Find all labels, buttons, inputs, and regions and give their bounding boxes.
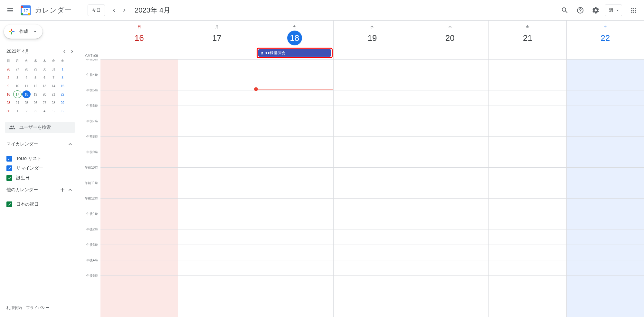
- allday-cell[interactable]: ●●様講演会: [256, 47, 333, 59]
- mini-day-cell[interactable]: 2: [4, 74, 13, 81]
- plus-icon[interactable]: [59, 187, 66, 193]
- week-grid[interactable]: 午前3時午前4時午前5時午前6時午前7時午前8時午前9時午前10時午前11時午後…: [82, 59, 644, 317]
- day-column[interactable]: [333, 59, 411, 317]
- mini-day-cell[interactable]: 8: [58, 74, 67, 81]
- mini-day-cell[interactable]: 6: [58, 107, 67, 115]
- mini-day-cell[interactable]: 1: [13, 107, 22, 115]
- mini-day-cell[interactable]: 26: [4, 65, 13, 73]
- day-column[interactable]: [256, 59, 333, 317]
- calendar-item[interactable]: リマインダー: [4, 163, 76, 173]
- mini-day-cell[interactable]: 29: [58, 99, 67, 107]
- mini-day-cell[interactable]: 26: [31, 99, 40, 107]
- mini-day-cell[interactable]: 30: [4, 107, 13, 115]
- mini-day-cell[interactable]: 28: [22, 65, 31, 73]
- mini-day-header: 火: [22, 57, 31, 65]
- calendar-item[interactable]: 誕生日: [4, 173, 76, 183]
- day-column[interactable]: [566, 59, 644, 317]
- allday-row: GMT+09 ●●様講演会: [82, 47, 644, 59]
- mini-day-cell[interactable]: 27: [13, 65, 22, 73]
- mini-day-cell[interactable]: 3: [13, 74, 22, 81]
- mini-day-cell[interactable]: 5: [31, 74, 40, 81]
- mini-day-cell[interactable]: 28: [49, 99, 58, 107]
- mini-day-cell[interactable]: 24: [13, 99, 22, 107]
- settings-button[interactable]: [588, 3, 603, 18]
- mini-next-button[interactable]: [68, 48, 76, 55]
- mini-day-cell[interactable]: 15: [58, 82, 67, 90]
- mini-day-cell[interactable]: 10: [13, 82, 22, 90]
- mini-day-cell[interactable]: 7: [49, 74, 58, 81]
- mini-day-cell[interactable]: 3: [31, 107, 40, 115]
- allday-cell[interactable]: [411, 47, 488, 59]
- mini-day-cell[interactable]: 19: [31, 90, 40, 98]
- terms-link[interactable]: 利用規約: [6, 305, 22, 310]
- mini-day-cell[interactable]: 31: [49, 65, 58, 73]
- mini-day-cell[interactable]: 2: [22, 107, 31, 115]
- mini-day-cell[interactable]: 20: [40, 90, 49, 98]
- privacy-link[interactable]: プライバシー: [26, 305, 49, 310]
- day-header[interactable]: 月17: [178, 21, 255, 47]
- mini-day-cell[interactable]: 12: [31, 82, 40, 90]
- my-calendars-header[interactable]: マイカレンダー: [4, 137, 76, 151]
- search-users-button[interactable]: ユーザーを検索: [5, 122, 75, 133]
- checkbox-icon[interactable]: [6, 175, 12, 181]
- calendar-item[interactable]: 日本の祝日: [4, 200, 76, 209]
- day-header[interactable]: 火18: [256, 21, 333, 47]
- mini-day-cell[interactable]: 11: [22, 82, 31, 90]
- day-header[interactable]: 日16: [100, 21, 178, 47]
- mini-day-cell[interactable]: 21: [49, 90, 58, 98]
- mini-day-cell[interactable]: 14: [49, 82, 58, 90]
- day-name: 月: [178, 24, 255, 29]
- other-calendars-header[interactable]: 他のカレンダー: [4, 183, 76, 197]
- view-selector[interactable]: 週: [605, 5, 622, 16]
- allday-cell[interactable]: [100, 47, 178, 59]
- mini-day-cell[interactable]: 27: [40, 99, 49, 107]
- next-week-button[interactable]: [119, 5, 129, 15]
- mini-day-cell[interactable]: 4: [40, 107, 49, 115]
- mini-day-cell[interactable]: 17: [13, 90, 22, 98]
- checkbox-icon[interactable]: [6, 201, 12, 207]
- mini-day-cell[interactable]: 30: [40, 65, 49, 73]
- mini-day-cell[interactable]: 1: [58, 65, 67, 73]
- mini-day-cell[interactable]: 18: [22, 90, 31, 98]
- day-header[interactable]: 土22: [566, 21, 644, 47]
- apps-button[interactable]: [626, 3, 641, 18]
- day-header[interactable]: 金21: [488, 21, 566, 47]
- mini-day-cell[interactable]: 22: [58, 90, 67, 98]
- day-column[interactable]: [411, 59, 488, 317]
- mini-day-cell[interactable]: 9: [4, 82, 13, 90]
- event-title: ●●様講演会: [265, 50, 286, 56]
- chevron-left-icon: [111, 7, 117, 14]
- allday-cell[interactable]: [178, 47, 255, 59]
- mini-day-cell[interactable]: 5: [49, 107, 58, 115]
- create-button[interactable]: 作成: [4, 24, 43, 39]
- day-column[interactable]: [488, 59, 566, 317]
- mini-day-cell[interactable]: 16: [4, 90, 13, 98]
- day-column[interactable]: [100, 59, 178, 317]
- chevron-right-icon: [121, 7, 128, 14]
- svg-rect-4: [21, 6, 23, 8]
- prev-week-button[interactable]: [109, 5, 119, 15]
- mini-day-cell[interactable]: 13: [40, 82, 49, 90]
- mini-day-cell[interactable]: 6: [40, 74, 49, 81]
- checkbox-icon[interactable]: [6, 165, 12, 171]
- allday-cell[interactable]: [566, 47, 644, 59]
- search-button[interactable]: [557, 3, 573, 18]
- mini-day-cell[interactable]: 29: [31, 65, 40, 73]
- help-button[interactable]: [573, 3, 588, 18]
- day-header[interactable]: 木20: [411, 21, 488, 47]
- day-column[interactable]: [178, 59, 255, 317]
- mini-prev-button[interactable]: [61, 48, 68, 55]
- allday-cell[interactable]: [488, 47, 566, 59]
- mini-day-cell[interactable]: 25: [22, 99, 31, 107]
- calendar-item[interactable]: ToDo リスト: [4, 154, 76, 163]
- mini-day-cell[interactable]: 4: [22, 74, 31, 81]
- day-number: 22: [598, 31, 613, 45]
- timezone-label: [82, 21, 100, 47]
- mini-day-cell[interactable]: 23: [4, 99, 13, 107]
- checkbox-icon[interactable]: [6, 156, 12, 162]
- allday-cell[interactable]: [333, 47, 411, 59]
- event-chip[interactable]: ●●様講演会: [258, 49, 331, 57]
- menu-button[interactable]: [3, 3, 18, 18]
- today-button[interactable]: 今日: [88, 5, 105, 16]
- day-header[interactable]: 水19: [333, 21, 411, 47]
